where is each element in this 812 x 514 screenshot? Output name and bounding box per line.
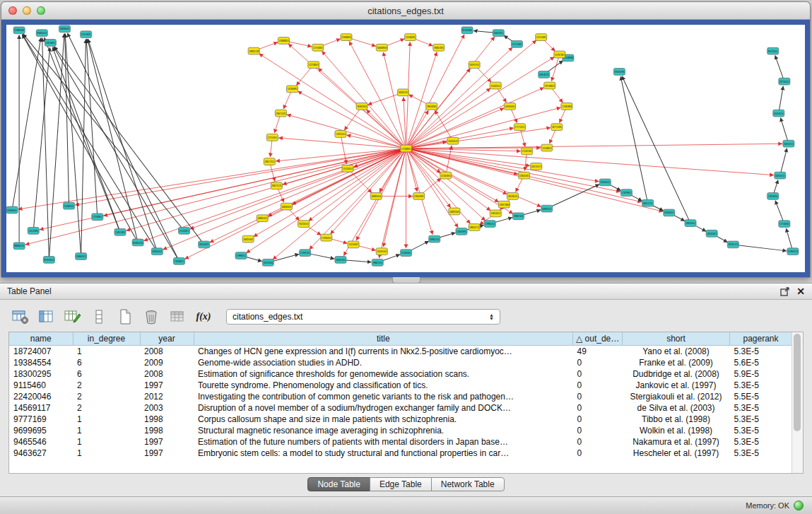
cell-6[interactable]: 5.3E-5 [730, 436, 792, 448]
cell-5[interactable]: Hescheler et al. (1997) [623, 448, 730, 459]
graph-node[interactable]: 19618233 [539, 71, 550, 78]
graph-node[interactable]: 17024551 [335, 131, 346, 138]
graph-edge[interactable] [23, 35, 158, 252]
graph-node[interactable]: 12010354 [767, 193, 779, 200]
graph-node[interactable]: 22044907 [413, 193, 425, 200]
graph-node[interactable]: 9523411 [767, 47, 779, 54]
graph-edge[interactable] [276, 148, 406, 161]
column-header-1[interactable]: in_degree [73, 332, 140, 346]
cell-4[interactable]: 0 [573, 380, 623, 391]
graph-node[interactable]: 16034451 [281, 203, 292, 210]
cell-2[interactable]: 2009 [140, 357, 194, 368]
graph-node[interactable]: 16164531 [447, 137, 459, 144]
graph-node[interactable]: 20673131 [271, 182, 282, 189]
cell-1[interactable]: 2 [73, 380, 140, 391]
cell-4[interactable]: 0 [573, 414, 623, 425]
graph-node[interactable]: 10474271 [531, 163, 542, 170]
graph-node[interactable]: 12215401 [536, 34, 547, 41]
cell-2[interactable]: 2008 [140, 346, 194, 358]
cell-6[interactable]: 5.6E-5 [730, 357, 792, 368]
cell-2[interactable]: 1998 [140, 425, 194, 436]
column-header-0[interactable]: name [9, 332, 73, 346]
cell-1[interactable]: 1 [73, 414, 140, 425]
cell-6[interactable]: 5.3E-5 [730, 380, 792, 391]
cell-6[interactable]: 5.3E-5 [730, 425, 792, 436]
column-header-5[interactable]: short [623, 332, 730, 346]
graph-node[interactable]: 9245012 [43, 257, 54, 264]
graph-edge[interactable] [67, 33, 179, 261]
graph-node[interactable]: 12161061 [440, 172, 452, 179]
cell-6[interactable]: 5.3E-5 [730, 402, 792, 414]
graph-node[interactable]: 17879911 [620, 189, 632, 197]
graph-node[interactable]: 14957804 [498, 201, 510, 208]
graph-node[interactable]: 16461811 [493, 30, 504, 37]
graph-node[interactable]: 15134451 [342, 165, 353, 172]
cell-3[interactable]: Disruption of a novel member of a sodium… [194, 402, 573, 414]
cell-2[interactable]: 1997 [140, 448, 194, 459]
graph-node[interactable]: 19104451 [664, 209, 675, 216]
graph-node[interactable]: 15845991 [456, 228, 467, 235]
cell-2[interactable]: 2008 [140, 368, 194, 380]
cell-5[interactable]: Jankovic et al. (1997) [623, 380, 730, 391]
cell-6[interactable]: 5.5E-5 [730, 391, 792, 402]
graph-edge[interactable] [12, 37, 41, 210]
cell-2[interactable]: 1998 [140, 414, 194, 425]
cell-3[interactable]: Structural magnetic resonance image aver… [194, 425, 573, 436]
graph-node[interactable]: 12753451 [266, 134, 278, 141]
cell-5[interactable]: Nakamura et al. (1997) [623, 436, 730, 448]
cell-3[interactable]: Tourette syndrome. Phenomenology and cla… [194, 380, 573, 391]
cell-0[interactable]: 22420046 [9, 391, 73, 402]
graph-edge[interactable] [435, 110, 453, 141]
network-canvas[interactable]: 2260504946641418698591153140311261065120… [6, 25, 805, 272]
graph-edge[interactable] [404, 98, 406, 148]
graph-node[interactable]: 19748053 [544, 82, 555, 89]
graph-node[interactable]: 9806551 [13, 243, 25, 250]
row-height-icon[interactable] [90, 308, 108, 326]
cell-5[interactable]: Tibbo et al. (1998) [623, 414, 730, 425]
new-file-icon[interactable] [116, 308, 134, 326]
cell-5[interactable]: Yano et al. (2008) [623, 346, 730, 358]
graph-edge[interactable] [406, 110, 429, 148]
graph-node[interactable]: 19618301 [426, 103, 437, 110]
graph-node[interactable]: 17594341 [300, 250, 311, 257]
graph-node[interactable]: 19002139 [248, 47, 259, 54]
graph-edge[interactable] [86, 40, 98, 217]
graph-edge[interactable] [259, 54, 406, 148]
graph-node[interactable]: 12754061 [312, 44, 324, 51]
cell-3[interactable]: Investigating the contribution of common… [194, 391, 573, 402]
graph-node[interactable]: 18245012 [706, 230, 717, 237]
window-titlebar[interactable]: citations_edges.txt [1, 2, 810, 20]
tab-node-table[interactable]: Node Table [307, 477, 370, 491]
graph-node[interactable]: 19448794 [613, 69, 625, 76]
graph-node[interactable]: 16092401 [449, 208, 460, 215]
graph-node[interactable]: 9505131 [132, 239, 143, 246]
cell-3[interactable]: Genome-wide association studies in ADHD. [194, 357, 573, 368]
graph-node[interactable]: 19862161 [512, 213, 524, 220]
graph-node[interactable]: 9466414 [36, 30, 47, 37]
column-header-6[interactable]: pagerank [730, 332, 792, 346]
cell-0[interactable]: 14569117 [9, 402, 73, 414]
cell-2[interactable]: 2003 [140, 402, 194, 414]
cell-1[interactable]: 1 [73, 425, 140, 436]
graph-node[interactable]: 18536531 [507, 193, 518, 200]
graph-edge[interactable] [406, 148, 620, 192]
cell-5[interactable]: Stergiakouli et al. (2012) [623, 391, 730, 402]
graph-node[interactable]: 12218053 [308, 62, 319, 69]
graph-node[interactable]: 18541021 [199, 241, 210, 248]
column-header-4[interactable]: △ out_de… [573, 332, 623, 346]
graph-node[interactable]: 17999311 [235, 252, 247, 259]
table-mode-icon[interactable] [11, 308, 30, 326]
graph-edge[interactable] [406, 148, 486, 221]
graph-edge[interactable] [54, 47, 204, 245]
graph-edge[interactable] [547, 185, 599, 209]
cell-4[interactable]: 0 [573, 402, 623, 414]
graph-node[interactable]: 10245111 [775, 172, 786, 179]
cell-4[interactable]: 49 [573, 346, 623, 358]
graph-node[interactable]: 7623456 [262, 259, 273, 266]
cell-1[interactable]: 6 [73, 368, 140, 380]
graph-edge[interactable] [733, 245, 787, 251]
graph-node[interactable]: 18734412 [779, 78, 790, 85]
cell-6[interactable]: 5.9E-5 [730, 368, 792, 380]
graph-node[interactable]: 17995111 [484, 221, 495, 228]
graph-edge[interactable] [779, 86, 783, 113]
